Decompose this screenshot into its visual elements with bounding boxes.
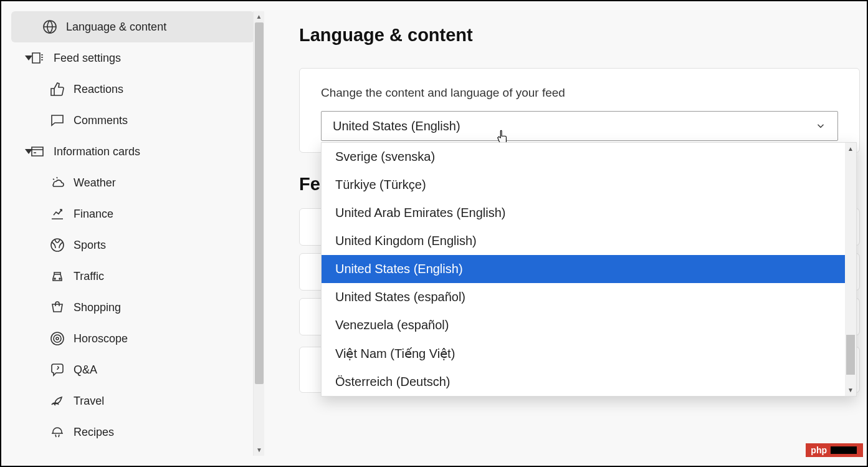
dropdown-option[interactable]: United Kingdom (English) xyxy=(322,227,856,255)
weather-icon xyxy=(50,175,65,190)
chevron-down-icon xyxy=(815,120,826,132)
sidebar-item-traffic[interactable]: Traffic xyxy=(11,261,254,292)
scroll-up-icon[interactable]: ▲ xyxy=(254,11,264,21)
scroll-down-icon[interactable]: ▼ xyxy=(256,445,262,455)
dropdown-option[interactable]: Sverige (svenska) xyxy=(322,143,856,171)
shopping-icon xyxy=(50,300,65,315)
dropdown-option[interactable]: United Arab Emirates (English) xyxy=(322,199,856,227)
sidebar-item-label: Travel xyxy=(74,395,104,408)
traffic-icon xyxy=(50,269,65,284)
dropdown-option[interactable]: Türkiye (Türkçe) xyxy=(322,171,856,199)
caret-icon xyxy=(25,149,32,154)
main-content: Language & content Change the content an… xyxy=(264,1,867,466)
language-dropdown-list: Sverige (svenska)Türkiye (Türkçe)United … xyxy=(321,142,857,397)
sidebar-item-weather[interactable]: Weather xyxy=(11,167,254,198)
sidebar-item-feed[interactable]: Feed settings xyxy=(11,42,254,74)
sidebar-item-label: Finance xyxy=(74,208,113,221)
thumb-icon xyxy=(50,82,65,97)
horoscope-icon xyxy=(50,331,65,346)
sidebar-item-label: Language & content xyxy=(66,21,166,34)
sidebar-scrollbar[interactable]: ▲ ▼ xyxy=(253,11,264,456)
sidebar: Language & contentFeed settingsReactions… xyxy=(1,1,264,466)
page-title: Language & content xyxy=(299,25,867,46)
badge-block xyxy=(831,446,857,454)
sidebar-item-travel[interactable]: Travel xyxy=(11,385,254,416)
language-dropdown-button[interactable]: United States (English) xyxy=(321,111,838,141)
dropdown-option[interactable]: Việt Nam (Tiếng Việt) xyxy=(322,339,856,368)
language-card-description: Change the content and language of your … xyxy=(321,86,838,100)
scrollbar-thumb[interactable] xyxy=(846,335,855,375)
sidebar-item-recipes[interactable]: Recipes xyxy=(11,416,254,448)
globe-icon xyxy=(42,19,57,34)
sidebar-item-label: Comments xyxy=(74,114,128,127)
sidebar-item-label: Recipes xyxy=(74,426,114,439)
sidebar-item-label: Information cards xyxy=(54,145,140,158)
sidebar-item-label: Feed settings xyxy=(54,52,121,65)
finance-icon xyxy=(50,206,65,221)
sidebar-item-horoscope[interactable]: Horoscope xyxy=(11,323,254,354)
sidebar-item-label: Sports xyxy=(74,239,106,252)
sidebar-item-globe[interactable]: Language & content xyxy=(11,11,254,42)
sidebar-item-label: Shopping xyxy=(74,301,121,314)
sidebar-item-label: Reactions xyxy=(74,83,123,96)
sidebar-item-shopping[interactable]: Shopping xyxy=(11,292,254,323)
sports-icon xyxy=(50,238,65,253)
sidebar-item-label: Traffic xyxy=(74,270,104,283)
travel-icon xyxy=(50,393,65,408)
sidebar-item-label: Weather xyxy=(74,176,116,190)
sidebar-item-sports[interactable]: Sports xyxy=(11,229,254,261)
settings-window: Language & contentFeed settingsReactions… xyxy=(0,0,868,467)
sidebar-item-label: Q&A xyxy=(74,363,97,377)
dropdown-option[interactable]: United States (español) xyxy=(322,283,856,311)
qa-icon xyxy=(50,362,65,377)
scroll-up-icon[interactable]: ▲ xyxy=(847,145,854,152)
comment-icon xyxy=(50,113,65,128)
scroll-down-icon[interactable]: ▼ xyxy=(847,387,854,393)
language-dropdown: United States (English) Sverige (svenska… xyxy=(321,111,838,141)
dropdown-option[interactable]: Venezuela (español) xyxy=(322,311,856,339)
sidebar-item-qa[interactable]: Q&A xyxy=(11,354,254,385)
dropdown-scrollbar[interactable]: ▲ ▼ xyxy=(845,143,856,396)
scrollbar-thumb[interactable] xyxy=(255,22,264,384)
sidebar-item-thumb[interactable]: Reactions xyxy=(11,74,254,105)
sidebar-item-card[interactable]: Information cards xyxy=(11,136,254,167)
badge-text: php xyxy=(811,445,827,455)
sidebar-item-finance[interactable]: Finance xyxy=(11,198,254,229)
language-card: Change the content and language of your … xyxy=(299,68,860,153)
php-badge: php xyxy=(806,443,863,457)
dropdown-option[interactable]: Österreich (Deutsch) xyxy=(322,368,856,396)
sidebar-item-label: Horoscope xyxy=(74,332,128,345)
caret-icon xyxy=(25,55,32,60)
dropdown-option[interactable]: United States (English) xyxy=(322,255,856,283)
dropdown-selected-value: United States (English) xyxy=(333,119,460,133)
recipes-icon xyxy=(50,425,65,440)
sidebar-item-comment[interactable]: Comments xyxy=(11,105,254,136)
